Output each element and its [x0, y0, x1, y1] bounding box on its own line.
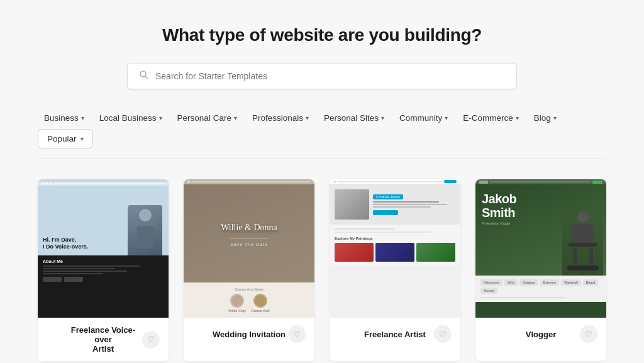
chevron-down-icon: ▾ [159, 114, 162, 121]
chevron-down-icon: ▾ [516, 114, 519, 121]
chevron-down-icon: ▾ [80, 135, 84, 142]
template-name-vlogger: Vlogger [502, 330, 580, 339]
template-name-wedding: Wedding Invitation [210, 330, 288, 339]
search-icon [139, 70, 149, 82]
chevron-down-icon: ▾ [381, 114, 384, 121]
page-title: What type of website are you building? [38, 25, 606, 45]
filter-personal-care[interactable]: Personal Care ▾ [171, 109, 243, 126]
chevron-down-icon: ▾ [306, 114, 309, 121]
filter-business[interactable]: Business ▾ [38, 109, 91, 126]
wedding-title: Willie & Donna [221, 221, 277, 234]
filter-personal-sites[interactable]: Personal Sites ▾ [318, 109, 391, 126]
heart-button-voiceover[interactable]: ♡ [142, 331, 160, 349]
chevron-down-icon: ▾ [553, 114, 557, 121]
chevron-down-icon: ▾ [445, 114, 448, 121]
search-input[interactable] [155, 71, 505, 81]
template-footer-vlogger: Vlogger ♡ [475, 318, 606, 350]
heart-button-wedding[interactable]: ♡ [288, 325, 306, 343]
template-footer-voiceover: Freelance Voice-overArtist ♡ [38, 318, 169, 361]
voiceover-person-image [128, 205, 162, 255]
artist-section-label: Explore My Paintings [335, 237, 455, 240]
filter-community[interactable]: Community ▾ [393, 109, 454, 126]
filter-nav: Business ▾ Local Business ▾ Personal Car… [38, 109, 606, 159]
filter-ecommerce[interactable]: E-Commerce ▾ [457, 109, 525, 126]
template-preview-voiceover: Hi. I'm Dave.I Do Voice-overs. About Me [38, 179, 169, 318]
artist-badge: Cristina Jones [373, 194, 403, 199]
template-card-wedding[interactable]: Willie & Donna Save The Date Queen And B… [184, 179, 314, 361]
search-bar-container [127, 63, 517, 89]
template-card-artist[interactable]: Cristina Jones Explore My Paintings [330, 179, 460, 361]
filter-professionals[interactable]: Professionals ▾ [246, 109, 315, 126]
template-preview-artist: Cristina Jones Explore My Paintings [330, 179, 460, 318]
template-name-artist: Freelance Artist [356, 330, 434, 339]
wedding-subtitle: Save The Date [230, 242, 268, 247]
chevron-down-icon: ▾ [234, 114, 237, 121]
sort-dropdown[interactable]: Popular ▾ [38, 129, 93, 148]
templates-grid: Hi. I'm Dave.I Do Voice-overs. About Me [38, 179, 606, 361]
chevron-down-icon: ▾ [81, 114, 84, 121]
voiceover-about-label: About Me [43, 259, 164, 264]
template-name-voiceover: Freelance Voice-overArtist [64, 325, 142, 354]
template-card-vlogger[interactable]: JakobSmith Professional vlogger [475, 179, 606, 361]
filter-blog[interactable]: Blog ▾ [528, 109, 563, 126]
svg-line-1 [145, 76, 148, 79]
vlogger-subtitle: Professional vlogger [482, 221, 519, 225]
heart-button-artist[interactable]: ♡ [434, 325, 452, 343]
person2-name: Donna Bell [251, 309, 269, 313]
filter-local-business[interactable]: Local Business ▾ [93, 109, 169, 126]
voiceover-hero-text: Hi. I'm Dave.I Do Voice-overs. [43, 237, 88, 250]
template-card-voiceover[interactable]: Hi. I'm Dave.I Do Voice-overs. About Me [38, 179, 169, 361]
template-footer-artist: Freelance Artist ♡ [330, 318, 460, 350]
template-footer-wedding: Wedding Invitation ♡ [184, 318, 314, 350]
person1-name: Willie Clay [228, 309, 246, 313]
heart-button-vlogger[interactable]: ♡ [580, 325, 597, 343]
template-preview-vlogger: JakobSmith Professional vlogger [475, 179, 606, 318]
template-preview-wedding: Willie & Donna Save The Date Queen And B… [184, 179, 314, 318]
